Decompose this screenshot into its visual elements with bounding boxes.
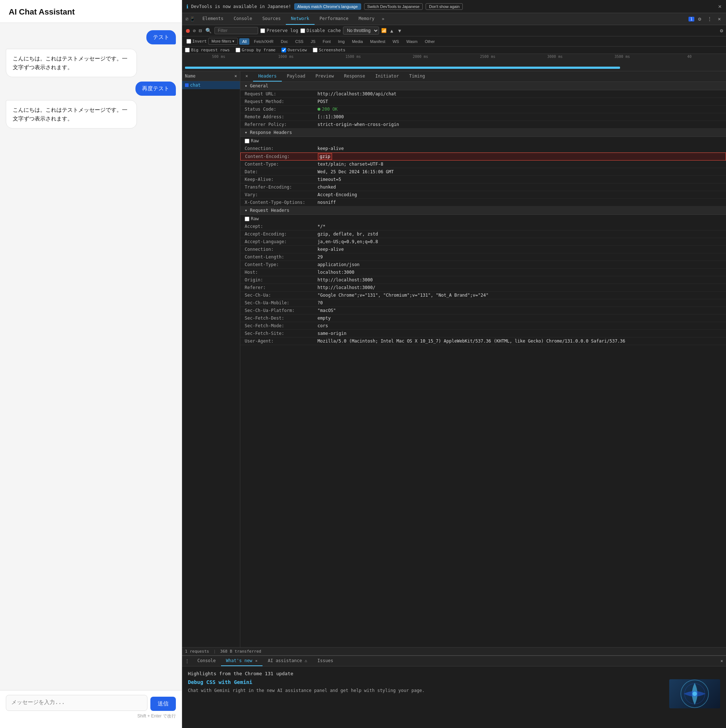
overview-checkbox[interactable] — [282, 48, 286, 52]
bottom-tab-whats-new[interactable]: What's new × — [221, 656, 263, 666]
settings-icon[interactable]: ⚙ — [696, 15, 703, 23]
host-val: localhost:3000 — [317, 270, 721, 275]
timeline-progress-bar — [185, 67, 620, 69]
filter-media[interactable]: Media — [349, 38, 366, 45]
detail-tab-initiator[interactable]: Initiator — [370, 71, 404, 81]
detail-tab-timing[interactable]: Timing — [404, 71, 430, 81]
user-agent-val: Mozilla/5.0 (Macintosh; Intel Mac OS X 1… — [317, 338, 721, 344]
close-name-panel-icon[interactable]: × — [234, 73, 237, 79]
request-headers-section-title[interactable]: Request Headers — [240, 206, 726, 215]
preserve-log-checkbox[interactable] — [260, 28, 265, 33]
name-item-chat[interactable]: chat — [182, 81, 240, 89]
response-raw-checkbox[interactable] — [245, 139, 250, 144]
bottom-menu-icon[interactable]: ⋮ — [182, 656, 192, 666]
detail-tab-headers[interactable]: Headers — [253, 71, 282, 81]
timeline-area: 500 ms 1000 ms 1500 ms 2000 ms 2500 ms 3… — [182, 54, 726, 71]
transferred-size: 368 B transferred — [220, 649, 262, 654]
detail-tab-response[interactable]: Response — [339, 71, 370, 81]
filter-wasm[interactable]: Wasm — [403, 38, 421, 45]
big-request-rows-checkbox[interactable] — [185, 48, 190, 52]
tab-performance[interactable]: Performance — [315, 13, 354, 25]
filter-all[interactable]: All — [239, 38, 250, 45]
response-headers-section-title[interactable]: Response Headers — [240, 128, 726, 137]
more-filters-button[interactable]: More filters ▾ — [208, 38, 238, 45]
filter-doc[interactable]: Doc — [278, 38, 291, 45]
accept-encoding-row: Accept-Encoding: gzip, deflate, br, zstd — [240, 230, 726, 238]
invert-label[interactable]: Invert — [187, 39, 207, 44]
invert-checkbox[interactable] — [187, 39, 191, 44]
message-input[interactable] — [6, 695, 147, 711]
message-bubble: テスト — [146, 30, 176, 44]
more-tabs-button[interactable]: » — [379, 14, 386, 24]
upload-icon[interactable]: ▲ — [389, 27, 395, 34]
ruler-1500: 1500 ms — [320, 55, 387, 59]
throttle-select[interactable]: No throttling — [343, 27, 379, 35]
disable-cache-label[interactable]: Disable cache — [300, 28, 341, 33]
search-icon[interactable]: 🔍 — [205, 27, 212, 34]
bottom-tab-ai-assistance[interactable]: AI assistance ⚠ — [262, 656, 312, 666]
overview-label[interactable]: Overview — [282, 48, 307, 52]
record-button[interactable]: ⏺ — [185, 27, 191, 34]
keep-alive-val: timeout=5 — [317, 177, 721, 182]
send-button[interactable]: 送信 — [150, 697, 176, 711]
group-by-frame-checkbox[interactable] — [236, 48, 240, 52]
tab-elements[interactable]: Elements — [198, 13, 229, 25]
sec-ch-ua-mobile-val: ?0 — [317, 300, 721, 305]
clear-button[interactable]: ⊘ — [193, 28, 196, 34]
filter-manifest[interactable]: Manifest — [368, 38, 389, 45]
tab-console[interactable]: Console — [229, 13, 257, 25]
close-devtools-icon[interactable]: × — [716, 15, 723, 23]
tab-network[interactable]: Network — [286, 13, 315, 25]
detail-tab-payload[interactable]: Payload — [282, 71, 311, 81]
debug-css-link[interactable]: Debug CSS with Gemini — [188, 679, 663, 685]
filter-font[interactable]: Font — [320, 38, 334, 45]
group-by-frame-label[interactable]: Group by frame — [236, 48, 276, 52]
filter-type-row: Invert More filters ▾ All Fetch/XHR Doc … — [182, 37, 726, 47]
network-settings-icon[interactable]: ⚙ — [720, 28, 723, 34]
filter-js[interactable]: JS — [308, 38, 318, 45]
filter-icon[interactable]: ⊟ — [198, 27, 202, 34]
general-section-title[interactable]: General — [240, 82, 726, 90]
filter-input[interactable] — [218, 28, 247, 33]
content-length-row: Content-Length: 29 — [240, 253, 726, 261]
switch-japanese-button[interactable]: Switch DevTools to Japanese — [364, 3, 423, 10]
sec-fetch-mode-key: Sec-Fetch-Mode: — [245, 323, 317, 328]
filter-css[interactable]: CSS — [293, 38, 306, 45]
screenshots-label[interactable]: Screenshots — [313, 48, 346, 52]
close-info-icon[interactable]: × — [718, 3, 721, 10]
download-icon[interactable]: ▼ — [397, 27, 403, 34]
chat-header: AI Chat Assistant — [0, 0, 182, 23]
match-language-button[interactable]: Always match Chrome's language — [294, 3, 361, 10]
more-options-icon[interactable]: ⋮ — [705, 15, 714, 23]
status-code-row: Status Code: 200 OK — [240, 106, 726, 113]
close-whats-new-icon[interactable]: × — [255, 658, 258, 663]
close-bottom-panel-icon[interactable]: × — [718, 657, 726, 665]
filter-ws[interactable]: WS — [390, 38, 402, 45]
screenshots-checkbox[interactable] — [313, 48, 317, 52]
disable-cache-checkbox[interactable] — [300, 28, 305, 33]
filter-fetch-xhr[interactable]: Fetch/XHR — [251, 38, 276, 45]
big-request-rows-label[interactable]: Big request rows — [185, 48, 230, 52]
message-bubble: 再度テスト — [135, 81, 176, 96]
info-icon: ℹ — [187, 4, 188, 9]
bottom-tab-issues[interactable]: Issues — [312, 656, 338, 666]
content-type-key: Content-Type: — [245, 162, 317, 167]
detail-close-icon[interactable]: × — [240, 71, 253, 81]
accept-language-key: Accept-Language: — [245, 239, 317, 244]
x-content-type-key: X-Content-Type-Options: — [245, 200, 317, 205]
message-bubble: こんにちは。これはテストメッセージです。一文字ずつ表示されます。 — [6, 49, 137, 77]
bottom-tab-console[interactable]: Console — [192, 656, 221, 666]
content-length-val: 29 — [317, 254, 721, 260]
request-raw-row: Raw — [240, 215, 726, 223]
content-encoding-key: Content-Encoding: — [245, 154, 318, 159]
tab-sources[interactable]: Sources — [257, 13, 286, 25]
detail-tab-preview[interactable]: Preview — [310, 71, 339, 81]
dont-show-button[interactable]: Don't show again — [426, 3, 463, 10]
sec-fetch-mode-row: Sec-Fetch-Mode: cors — [240, 322, 726, 330]
preserve-log-label[interactable]: Preserve log — [260, 28, 298, 33]
filter-other[interactable]: Other — [422, 38, 438, 45]
filter-img[interactable]: Img — [335, 38, 347, 45]
tab-memory[interactable]: Memory — [354, 13, 379, 25]
connection-key: Connection: — [245, 146, 317, 151]
request-raw-checkbox[interactable] — [245, 217, 250, 221]
